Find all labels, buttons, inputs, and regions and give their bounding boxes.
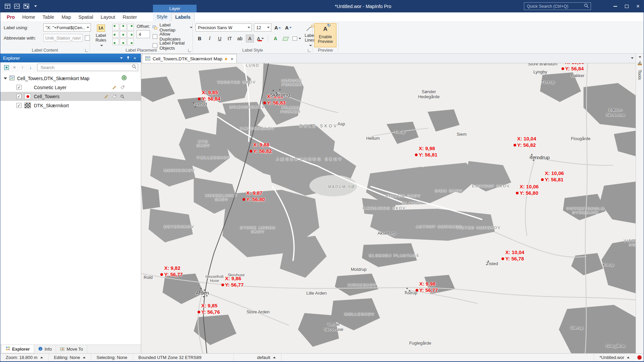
status-style[interactable]: default bbox=[234, 354, 281, 361]
ribbon-tab-raster[interactable]: Raster bbox=[119, 13, 141, 21]
label-rules-button[interactable]: 1A Label Rules bbox=[92, 23, 110, 47]
decrease-font-button[interactable]: A bbox=[284, 23, 293, 32]
ribbon-tab-home[interactable]: Home bbox=[18, 13, 39, 21]
close-tab-icon[interactable]: × bbox=[230, 56, 233, 62]
cell-tower-label[interactable]: X: 9,82 Y: 56,77 bbox=[162, 265, 183, 278]
offset-input[interactable] bbox=[137, 30, 150, 38]
cell-tower-label[interactable]: X: 9,87 Y: 56,80 bbox=[245, 190, 265, 202]
abbreviate-input[interactable] bbox=[43, 34, 83, 42]
layer-edit-icon[interactable] bbox=[104, 94, 109, 99]
layer-style-swatch[interactable] bbox=[24, 103, 31, 108]
fill-color-button[interactable] bbox=[291, 35, 302, 43]
label-position-button[interactable] bbox=[127, 39, 134, 45]
cell-tower-label[interactable]: X: 9,85 Y: 56,84 bbox=[200, 89, 220, 102]
ribbon-tab-spatial[interactable]: Spatial bbox=[75, 13, 97, 21]
enable-preview-button[interactable]: A ↻ Enable Preview bbox=[314, 23, 336, 47]
quick-search-box[interactable] bbox=[524, 2, 591, 10]
layer-edit-icon[interactable] bbox=[112, 85, 117, 90]
projection-globe-icon[interactable] bbox=[121, 75, 127, 81]
layout-window-icon[interactable] bbox=[23, 4, 29, 9]
callout-button[interactable]: A bbox=[271, 35, 279, 43]
window-icon[interactable] bbox=[4, 4, 10, 9]
explorer-search-input[interactable] bbox=[40, 65, 132, 70]
label-position-button[interactable] bbox=[127, 31, 134, 38]
cell-tower-label[interactable]: X: 9,98 Y: 56,77 bbox=[418, 281, 438, 293]
move-up-icon[interactable]: ↑ bbox=[19, 64, 26, 71]
add-icon[interactable] bbox=[3, 64, 10, 71]
allow-duplicates-checkbox[interactable]: Allow Duplicates bbox=[153, 33, 193, 40]
label-position-button[interactable] bbox=[127, 24, 134, 31]
ribbon-tab-pro[interactable]: Pro bbox=[3, 13, 18, 21]
cell-tower-label[interactable]: X: 9,85 Y: 56,76 bbox=[200, 302, 220, 315]
status-editing[interactable]: Editing: None bbox=[49, 354, 91, 361]
remove-icon[interactable]: × bbox=[11, 64, 18, 71]
layer-visibility-checkbox[interactable]: ✓ bbox=[16, 85, 21, 90]
status-document[interactable]: *Untitled.wor bbox=[594, 354, 635, 361]
status-projection[interactable]: Bounded UTM Zone 32 ETRS89 bbox=[133, 354, 234, 361]
cell-tower-label[interactable]: X: 9,98 Y: 56,81 bbox=[417, 145, 437, 158]
increase-font-button[interactable]: A bbox=[273, 23, 282, 32]
label-overlap-dropdown[interactable]: Label Overlap bbox=[153, 24, 193, 31]
dialog-launcher-icon[interactable] bbox=[308, 49, 311, 52]
layer-zoom-icon[interactable] bbox=[120, 94, 125, 99]
cell-tower-label[interactable]: X: 10,05 Y: 56,84 bbox=[564, 63, 584, 72]
label-shade-button[interactable] bbox=[281, 35, 289, 43]
layer-visibility-checkbox[interactable]: ✓ bbox=[16, 103, 21, 108]
minimize-button[interactable] bbox=[609, 0, 621, 12]
label-position-button[interactable] bbox=[112, 31, 119, 38]
layer-labels-icon[interactable] bbox=[112, 94, 117, 99]
cell-tower-label[interactable]: X: 9,88 Y: 56,82 bbox=[252, 141, 272, 154]
panel-tab-move-to[interactable]: Move To bbox=[56, 345, 87, 353]
text-background-button[interactable]: A bbox=[246, 35, 254, 43]
search-icon[interactable] bbox=[132, 64, 137, 70]
pin-icon[interactable] bbox=[125, 56, 131, 60]
dialog-launcher-icon[interactable] bbox=[188, 49, 191, 52]
vertical-text-button[interactable]: tT bbox=[226, 35, 234, 43]
font-name-combo[interactable]: Precision Sans W bbox=[196, 23, 252, 32]
notification-icon[interactable] bbox=[635, 354, 644, 361]
layer-row-cosmetic-layer[interactable]: ✓Cosmetic Layer bbox=[0, 83, 141, 92]
layer-visibility-checkbox[interactable]: ✓ bbox=[16, 94, 21, 99]
ribbon-tab-style[interactable]: Style bbox=[153, 13, 171, 21]
cell-tower-label[interactable]: X: 10,04 Y: 56,82 bbox=[516, 135, 536, 148]
label-position-button[interactable] bbox=[120, 24, 126, 31]
cell-tower-label[interactable]: X: 10,04 Y: 56,78 bbox=[503, 249, 524, 262]
chevron-down-icon[interactable] bbox=[118, 57, 125, 59]
maximize-button[interactable] bbox=[621, 0, 632, 12]
ribbon-tab-labels[interactable]: Labels bbox=[171, 13, 195, 21]
layer-style-swatch[interactable] bbox=[24, 94, 31, 99]
cell-tower-label[interactable]: X: 10,06 Y: 56,80 bbox=[518, 183, 539, 196]
bold-button[interactable]: B bbox=[196, 35, 204, 43]
map-window-icon[interactable] bbox=[14, 4, 20, 9]
label-position-button[interactable] bbox=[112, 24, 119, 31]
tools-strip-label[interactable]: Tools bbox=[637, 70, 642, 80]
expander-icon[interactable] bbox=[4, 77, 7, 79]
tab-list-chevron-icon[interactable] bbox=[631, 54, 634, 60]
label-position-button[interactable] bbox=[120, 39, 126, 45]
font-color-button[interactable]: A bbox=[256, 35, 265, 43]
explorer-search-box[interactable] bbox=[37, 64, 138, 71]
font-size-combo[interactable]: 12 bbox=[254, 23, 271, 32]
status-zoom[interactable]: Zoom: 18.800 m bbox=[0, 354, 49, 361]
panel-tab-info[interactable]: iInfo bbox=[34, 345, 56, 353]
search-icon[interactable] bbox=[584, 3, 589, 9]
layer-labels-icon[interactable] bbox=[120, 85, 125, 90]
cell-tower-label[interactable]: X: 10,06 Y: 56,81 bbox=[543, 170, 564, 183]
chevron-down-icon[interactable] bbox=[33, 4, 39, 9]
layer-row-cell-towers[interactable]: ✓Cell_Towers bbox=[0, 92, 141, 101]
panel-tab-explorer[interactable]: Explorer bbox=[1, 345, 34, 353]
layer-row-dtk-sk-rmkort[interactable]: ✓DTK_Skærmkort bbox=[0, 101, 141, 110]
quick-search-input[interactable] bbox=[526, 4, 584, 9]
halo-button[interactable]: ab bbox=[236, 35, 244, 43]
italic-button[interactable]: I bbox=[206, 35, 214, 43]
map-viewport[interactable]: X: 9,85 Y: 56,84X: 9,89 Y: 56,83X: 10,05… bbox=[141, 63, 636, 353]
ribbon-tab-layout[interactable]: Layout bbox=[97, 13, 119, 21]
dialog-launcher-icon[interactable] bbox=[85, 49, 88, 52]
map-document-tab[interactable]: Cell_Towers,DTK_Skærmkort Map ◆ × bbox=[142, 54, 237, 63]
ribbon-tab-table[interactable]: Table bbox=[39, 13, 58, 21]
abbreviate-checkbox[interactable] bbox=[85, 36, 90, 41]
tools-panel-strip[interactable]: Tools bbox=[636, 54, 644, 353]
underline-button[interactable]: U bbox=[216, 35, 224, 43]
ribbon-tab-map[interactable]: Map bbox=[58, 13, 75, 21]
chevron-down-icon[interactable] bbox=[639, 56, 641, 58]
